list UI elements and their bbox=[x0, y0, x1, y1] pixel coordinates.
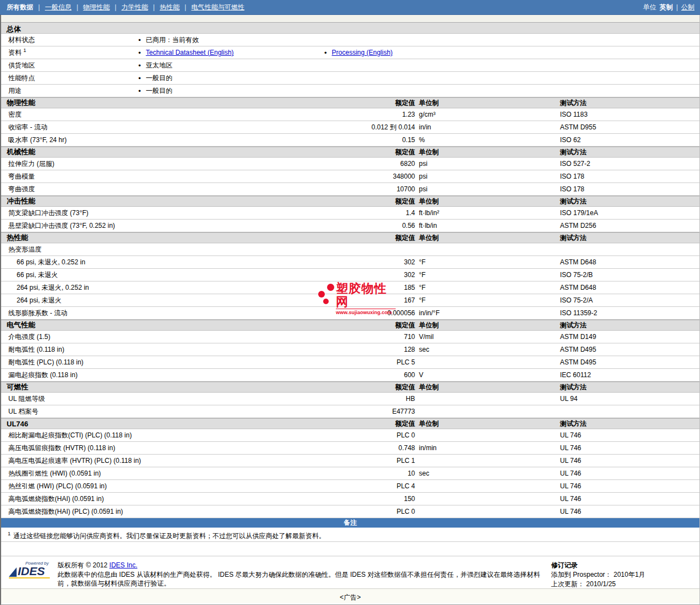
property-value: 0.012 到 0.014 bbox=[341, 123, 419, 132]
property-row: 264 psi, 未退火, 0.252 in185°FASTM D648 bbox=[1, 281, 699, 294]
bullet-icon: • bbox=[138, 36, 141, 44]
unit-metric-link[interactable]: 公制 bbox=[681, 3, 694, 12]
property-label: 收缩率 - 流动 bbox=[1, 123, 341, 132]
property-row: 热线圈引燃性 (HWI) (0.0591 in)10secUL 746 bbox=[1, 467, 699, 480]
footnote-ref: 1 bbox=[23, 48, 26, 53]
general-row-values: •已商用：当前有效 bbox=[138, 35, 699, 45]
property-method: UL 746 bbox=[558, 470, 699, 477]
nav-item-link[interactable]: 电气性能与可燃性 bbox=[191, 3, 245, 12]
updated-label: 上次更新： bbox=[551, 580, 584, 588]
revision-title: 修订记录 bbox=[551, 561, 694, 570]
property-label: 66 psi, 未退火, 0.252 in bbox=[1, 258, 341, 267]
property-unit: sec bbox=[419, 346, 558, 353]
section-title: UL746 bbox=[1, 420, 341, 428]
property-row: 高压电弧留痕指数 (HVTR) (0.118 in)0.748in/minUL … bbox=[1, 442, 699, 455]
property-label: 高电弧燃烧指数(HAI) (PLC) (0.0591 in) bbox=[1, 507, 341, 517]
general-row-values: •亚太地区 bbox=[138, 61, 699, 70]
property-row: 热丝引燃 (HWI) (PLC) (0.0591 in)PLC 4UL 746 bbox=[1, 480, 699, 493]
property-unit: °F bbox=[419, 258, 558, 266]
property-value: 150 bbox=[341, 495, 419, 503]
property-value: 0.000056 bbox=[341, 309, 419, 317]
general-section-header: 总体 bbox=[1, 22, 699, 34]
property-label: 密度 bbox=[1, 110, 341, 119]
property-value: 0.56 bbox=[341, 222, 419, 230]
property-row: 耐电弧性 (0.118 in)128secASTM D495 bbox=[1, 343, 699, 356]
property-row: 高电弧燃烧指数(HAI) (PLC) (0.0591 in)PLC 0UL 74… bbox=[1, 505, 699, 518]
general-value-item: •亚太地区 bbox=[138, 61, 173, 70]
column-header-method: 测试方法 bbox=[558, 321, 699, 330]
nav-item-link[interactable]: 物理性能 bbox=[83, 3, 110, 12]
property-unit: in/min bbox=[419, 444, 558, 452]
ides-logo[interactable]: Powered by IDES bbox=[9, 561, 50, 585]
property-value: PLC 4 bbox=[341, 482, 419, 490]
property-unit: °F bbox=[419, 296, 558, 304]
property-unit: V/mil bbox=[419, 333, 558, 341]
property-method: ASTM D648 bbox=[558, 284, 699, 291]
property-method: ISO 1183 bbox=[558, 111, 699, 118]
property-method: UL 94 bbox=[558, 395, 699, 403]
property-row: 264 psi, 未退火167°FISO 75-2/A bbox=[1, 294, 699, 307]
property-method: ISO 527-2 bbox=[558, 160, 699, 168]
nav-item-current: 所有数据 bbox=[7, 3, 33, 12]
property-method: ISO 11359-2 bbox=[558, 309, 699, 317]
property-group-row: 热变形温度 bbox=[1, 243, 699, 256]
property-value: HB bbox=[341, 395, 419, 403]
property-value: 1.23 bbox=[341, 111, 419, 118]
property-value: PLC 5 bbox=[341, 358, 419, 366]
general-section-title: 总体 bbox=[7, 25, 21, 33]
property-row: 简支梁缺口冲击强度 (73°F)1.4ft·lb/in²ISO 179/1eA bbox=[1, 207, 699, 220]
property-row: 拉伸应力 (屈服)6820psiISO 527-2 bbox=[1, 158, 699, 170]
section-header: 可燃性额定值单位制测试方法 bbox=[1, 382, 699, 393]
general-row: 供货地区•亚太地区 bbox=[1, 59, 699, 72]
general-value-text: 已商用：当前有效 bbox=[146, 35, 199, 45]
general-value-text: 一般目的 bbox=[146, 74, 173, 83]
property-unit: °F bbox=[419, 271, 558, 279]
notes-bar: 备注 bbox=[1, 518, 699, 528]
property-row: 相比耐漏电起痕指数(CTI) (PLC) (0.118 in)PLC 0UL 7… bbox=[1, 429, 699, 442]
property-method: ASTM D955 bbox=[558, 123, 699, 131]
nav-item-link[interactable]: 力学性能 bbox=[121, 3, 148, 12]
property-method: UL 746 bbox=[558, 444, 699, 452]
section-title: 冲击性能 bbox=[1, 196, 341, 206]
property-row: 密度1.23g/cm³ISO 1183 bbox=[1, 108, 699, 121]
property-label: 相比耐漏电起痕指数(CTI) (PLC) (0.118 in) bbox=[1, 431, 341, 440]
supplier-document-link[interactable]: Technical Datasheet (English) bbox=[146, 49, 234, 56]
property-label: 耐电弧性 (PLC) (0.118 in) bbox=[1, 358, 341, 367]
property-method: ISO 75-2/B bbox=[558, 271, 699, 279]
property-method: ASTM D495 bbox=[558, 346, 699, 353]
footer: Powered by IDES 版权所有 © 2012 IDES Inc. 此数… bbox=[1, 556, 699, 588]
spacer-row bbox=[1, 542, 699, 556]
supplier-document-link[interactable]: Processing (English) bbox=[332, 49, 393, 56]
nav-item-link[interactable]: 热性能 bbox=[160, 3, 180, 12]
property-label: 高电压电弧起痕速率 (HVTR) (PLC) (0.118 in) bbox=[1, 456, 341, 466]
property-row: 66 psi, 未退火302°FISO 75-2/B bbox=[1, 269, 699, 281]
property-value: 302 bbox=[341, 258, 419, 266]
general-row-label: 资料 1 bbox=[1, 48, 138, 58]
property-label: 弯曲模量 bbox=[1, 172, 341, 181]
section-header: 冲击性能额定值单位制测试方法 bbox=[1, 196, 699, 207]
general-value-item: •一般目的 bbox=[138, 74, 173, 83]
property-label: 66 psi, 未退火 bbox=[1, 270, 341, 280]
nav-item-link[interactable]: 一般信息 bbox=[45, 3, 71, 12]
property-value: E47773 bbox=[341, 408, 419, 415]
property-method: ASTM D149 bbox=[558, 333, 699, 341]
added-value: 2010年1月 bbox=[614, 571, 645, 578]
property-value: 10700 bbox=[341, 185, 419, 193]
property-row: UL 阻燃等级HBUL 94 bbox=[1, 393, 699, 405]
property-label: 高压电弧留痕指数 (HVTR) (0.118 in) bbox=[1, 444, 341, 453]
general-row-values: •Technical Datasheet (English)•Processin… bbox=[138, 49, 699, 57]
property-value: PLC 1 bbox=[341, 457, 419, 465]
property-sections: 物理性能额定值单位制测试方法密度1.23g/cm³ISO 1183收缩率 - 流… bbox=[1, 97, 699, 518]
property-method: ISO 179/1eA bbox=[558, 209, 699, 217]
property-label: 介电强度 (1.5) bbox=[1, 332, 341, 342]
property-row: 高电压电弧起痕速率 (HVTR) (PLC) (0.118 in)PLC 1UL… bbox=[1, 455, 699, 467]
property-method: ISO 75-2/A bbox=[558, 296, 699, 304]
nav-separator: | bbox=[76, 3, 78, 11]
ides-logo-text: IDES bbox=[18, 566, 45, 577]
top-gap bbox=[1, 15, 699, 22]
property-unit: g/cm³ bbox=[419, 111, 558, 118]
property-label: 热变形温度 bbox=[1, 245, 341, 254]
property-method: UL 746 bbox=[558, 482, 699, 490]
property-label: 热线圈引燃性 (HWI) (0.0591 in) bbox=[1, 469, 341, 478]
ides-inc-link[interactable]: IDES Inc. bbox=[110, 561, 138, 569]
